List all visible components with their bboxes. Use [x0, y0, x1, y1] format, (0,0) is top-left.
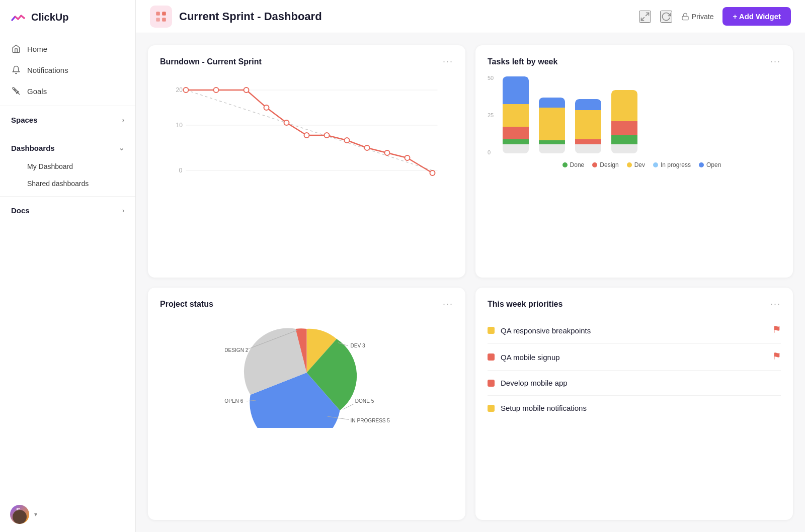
burndown-svg: 20 10 0: [160, 75, 453, 186]
svg-point-22: [325, 133, 330, 138]
priority-label-3: Develop mobile app: [501, 379, 568, 387]
y-label-50: 50: [488, 75, 494, 81]
priority-dot-1: [488, 327, 495, 334]
priorities-menu[interactable]: ···: [770, 299, 781, 309]
svg-point-19: [264, 105, 269, 110]
priority-label-2: QA mobile signup: [501, 353, 560, 362]
priority-list: QA responsive breakpoints QA mobile sign…: [488, 317, 781, 420]
bar-open-1: [503, 76, 529, 104]
bar-chart-menu[interactable]: ···: [770, 56, 781, 67]
svg-point-23: [345, 138, 350, 143]
svg-text:0: 0: [179, 167, 183, 174]
sidebar-item-goals-label: Goals: [27, 87, 47, 96]
lock-icon: [681, 13, 689, 21]
priorities-card: This week priorities ··· QA responsive b…: [475, 288, 793, 520]
bar-group-2: [539, 98, 565, 153]
sidebar-item-home-label: Home: [27, 45, 47, 53]
svg-rect-4: [156, 18, 160, 22]
svg-line-6: [646, 13, 649, 16]
user-dropdown-arrow[interactable]: ▾: [34, 511, 37, 518]
sidebar-item-dashboards[interactable]: Dashboards ⌄: [0, 138, 135, 158]
svg-rect-5: [162, 18, 166, 22]
legend-design: Design: [592, 161, 618, 168]
burndown-chart: 20 10 0: [160, 75, 453, 186]
legend-done-label: Done: [570, 161, 585, 168]
sidebar-item-my-dashboard[interactable]: My Dashboard: [0, 158, 135, 175]
legend-open-dot: [699, 162, 704, 167]
add-widget-button[interactable]: + Add Widget: [722, 7, 791, 26]
avatar-photo: [13, 510, 27, 524]
bar-group-3: [575, 99, 601, 153]
y-label-25: 25: [488, 112, 494, 118]
expand-button[interactable]: [639, 11, 651, 23]
grid-icon: [154, 10, 168, 23]
page-title: Current Sprint - Dashboard: [179, 10, 632, 23]
priority-dot-4: [488, 405, 495, 412]
sidebar-item-docs[interactable]: Docs ›: [0, 201, 135, 220]
bar-dev-3: [575, 110, 601, 139]
sidebar-item-docs-label: Docs: [11, 206, 30, 215]
svg-point-27: [430, 170, 435, 175]
priority-label-4: Setup mobile notifications: [501, 404, 587, 412]
refresh-button[interactable]: [660, 11, 672, 23]
svg-point-25: [385, 150, 390, 155]
bar-chart-legend: Done Design Dev In progress: [503, 161, 781, 168]
sidebar-item-notifications-label: Notifications: [27, 66, 68, 74]
bars-container: [503, 75, 781, 155]
svg-point-26: [405, 155, 410, 160]
avatar[interactable]: S: [10, 505, 29, 524]
priorities-title: This week priorities: [488, 300, 562, 309]
legend-in-progress: In progress: [653, 161, 691, 168]
sidebar-item-spaces[interactable]: Spaces ›: [0, 110, 135, 130]
home-icon: [11, 44, 21, 54]
bar-chart-card: Tasks left by week ··· 50 25 0: [475, 45, 793, 278]
bar-stack-4: [611, 90, 637, 144]
bar-group-4: [611, 90, 637, 153]
bar-chart-header: Tasks left by week ···: [488, 56, 781, 67]
sidebar-item-notifications[interactable]: Notifications: [0, 59, 135, 80]
legend-dev: Dev: [627, 161, 645, 168]
burndown-menu[interactable]: ···: [443, 56, 453, 67]
header: Current Sprint - Dashboard Private + Add…: [136, 0, 805, 33]
bar-gray-1: [503, 144, 529, 153]
pie-label-inprogress: IN PROGRESS 5: [351, 418, 390, 423]
pie-label-design: DESIGN 2: [224, 347, 248, 353]
sidebar-item-my-dashboard-label: My Dashboard: [27, 162, 73, 170]
svg-line-7: [641, 17, 644, 20]
bar-design-3: [575, 139, 601, 144]
legend-dev-label: Dev: [634, 161, 645, 168]
bar-gray-4: [611, 144, 637, 153]
pie-chart-area: DEV 3 DONE 5 IN PROGRESS 5 OPEN 6 DESIGN…: [160, 317, 453, 428]
pie-label-dev: DEV 3: [351, 343, 366, 348]
legend-design-dot: [592, 162, 597, 167]
priority-dot-2: [488, 353, 495, 361]
sidebar-item-home[interactable]: Home: [0, 38, 135, 59]
header-actions: Private + Add Widget: [639, 7, 791, 26]
bar-done-2: [539, 140, 565, 144]
project-status-header: Project status ···: [160, 299, 453, 309]
svg-line-15: [186, 90, 433, 170]
sidebar-item-goals[interactable]: Goals: [0, 80, 135, 102]
bar-chart-title: Tasks left by week: [488, 57, 557, 66]
bar-group-1: [503, 76, 529, 153]
clickup-logo-icon: [10, 9, 26, 25]
priority-label-1: QA responsive breakpoints: [501, 326, 591, 335]
legend-dev-dot: [627, 162, 632, 167]
svg-rect-3: [162, 12, 166, 16]
priorities-header: This week priorities ···: [488, 299, 781, 309]
legend-design-label: Design: [600, 161, 618, 168]
priority-item-4: Setup mobile notifications: [488, 396, 781, 420]
sidebar-item-shared-dashboards[interactable]: Shared dashboards: [0, 175, 135, 192]
bar-design-1: [503, 127, 529, 139]
sidebar-item-dashboards-label: Dashboards: [11, 144, 55, 152]
bar-dev-2: [539, 108, 565, 140]
sidebar: ClickUp Home Notifications Goals Space: [0, 0, 136, 532]
project-status-menu[interactable]: ···: [443, 299, 453, 309]
legend-open: Open: [699, 161, 721, 168]
legend-inprogress-dot: [653, 162, 658, 167]
bar-stack-3: [575, 99, 601, 144]
main-content: Current Sprint - Dashboard Private + Add…: [136, 0, 805, 532]
bar-open-2: [539, 98, 565, 108]
bar-dev-4: [611, 90, 637, 121]
priority-flag-1: [773, 325, 781, 335]
